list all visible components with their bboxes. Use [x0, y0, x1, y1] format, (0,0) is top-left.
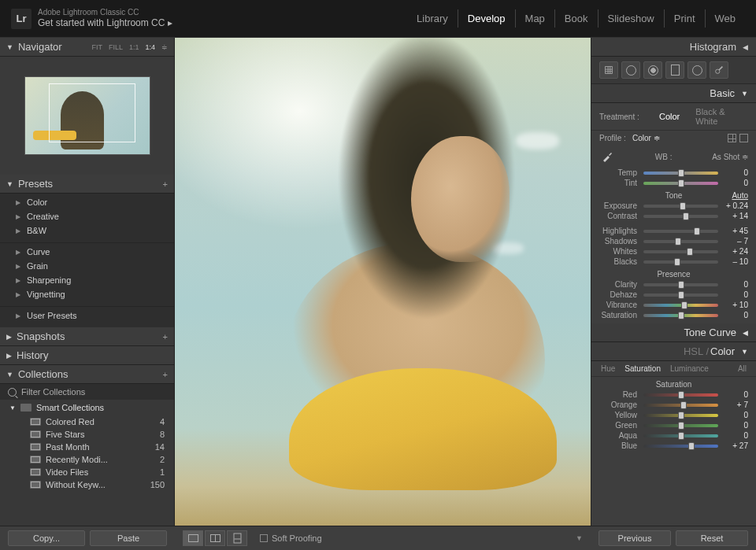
- slider-track[interactable]: [643, 393, 718, 397]
- zoom-fill[interactable]: FILL: [109, 43, 123, 51]
- preset-grain[interactable]: ▶Grain: [0, 259, 174, 273]
- slider-track[interactable]: [643, 240, 718, 243]
- module-develop[interactable]: Develop: [458, 9, 516, 28]
- slider-green[interactable]: Green0: [591, 420, 756, 430]
- module-slideshow[interactable]: Slideshow: [598, 9, 665, 28]
- slider-exposure[interactable]: Exposure+ 0.24: [591, 201, 756, 211]
- view-before-after-lr[interactable]: [205, 530, 225, 546]
- add-snapshot-icon[interactable]: +: [163, 332, 168, 341]
- slider-track[interactable]: [643, 230, 718, 233]
- spot-tool[interactable]: [621, 61, 640, 79]
- preset-sharpening[interactable]: ▶Sharpening: [0, 273, 174, 287]
- slider-contrast[interactable]: Contrast+ 14: [591, 211, 756, 221]
- slider-highlights[interactable]: Highlights+ 45: [591, 226, 756, 236]
- slider-blue[interactable]: Blue+ 27: [591, 441, 756, 451]
- treatment-bw[interactable]: Black & White: [691, 106, 748, 127]
- histogram-header[interactable]: Histogram◀: [591, 38, 756, 57]
- slider-track[interactable]: [643, 250, 718, 253]
- slider-track[interactable]: [643, 260, 718, 264]
- collection-item[interactable]: Past Month14: [0, 441, 174, 453]
- collections-header[interactable]: ▼ Collections +: [0, 365, 174, 384]
- view-before-after-yy[interactable]: [227, 530, 247, 546]
- profile-grid-icon[interactable]: [728, 134, 736, 142]
- navigator-header[interactable]: ▼ Navigator FIT FILL 1:1 1:4 ≑: [0, 38, 174, 57]
- slider-saturation[interactable]: Saturation0: [591, 310, 756, 320]
- slider-track[interactable]: [643, 445, 718, 448]
- slider-temp[interactable]: Temp0: [591, 168, 756, 178]
- slider-red[interactable]: Red0: [591, 389, 756, 400]
- slider-yellow[interactable]: Yellow0: [591, 410, 756, 420]
- slider-track[interactable]: [643, 283, 718, 286]
- eyedropper-icon[interactable]: [599, 149, 615, 164]
- slider-shadows[interactable]: Shadows– 7: [591, 236, 756, 246]
- hsl-header[interactable]: HSL / Color▼: [591, 342, 756, 361]
- slider-thumb[interactable]: [688, 442, 695, 450]
- slider-track[interactable]: [643, 304, 718, 307]
- redeye-tool[interactable]: [643, 61, 662, 79]
- canvas[interactable]: [175, 38, 591, 526]
- preset-user[interactable]: ▶User Presets: [0, 308, 174, 323]
- module-print[interactable]: Print: [665, 9, 706, 28]
- slider-track[interactable]: [643, 314, 718, 317]
- view-loupe[interactable]: [183, 530, 203, 546]
- slider-thumb[interactable]: [678, 422, 684, 430]
- basic-header[interactable]: Basic▼: [591, 84, 756, 103]
- slider-tint[interactable]: Tint0: [591, 178, 756, 188]
- slider-track[interactable]: [643, 215, 718, 218]
- profile-single-icon[interactable]: [739, 134, 748, 142]
- slider-thumb[interactable]: [678, 169, 684, 177]
- copy-button[interactable]: Copy...: [8, 530, 85, 546]
- treatment-color[interactable]: Color: [654, 111, 684, 122]
- reset-button[interactable]: Reset: [676, 530, 748, 546]
- collection-item[interactable]: Five Stars8: [0, 428, 174, 441]
- hsl-tab-luminance[interactable]: Luminance: [667, 364, 712, 374]
- module-map[interactable]: Map: [516, 9, 555, 28]
- zoom-1to1[interactable]: 1:1: [129, 43, 139, 51]
- radial-tool[interactable]: [687, 61, 706, 79]
- slider-thumb[interactable]: [678, 391, 684, 399]
- zoom-menu-icon[interactable]: ≑: [161, 43, 168, 51]
- add-preset-icon[interactable]: +: [163, 179, 168, 189]
- collection-item[interactable]: Recently Modi...2: [0, 453, 174, 466]
- hsl-tab-saturation[interactable]: Saturation: [621, 364, 664, 374]
- slider-thumb[interactable]: [694, 227, 700, 235]
- slider-thumb[interactable]: [678, 432, 684, 440]
- collection-item[interactable]: Colored Red4: [0, 415, 174, 428]
- slider-track[interactable]: [643, 182, 718, 185]
- slider-track[interactable]: [643, 404, 718, 407]
- slider-thumb[interactable]: [678, 281, 684, 289]
- brush-tool[interactable]: [710, 61, 728, 79]
- history-header[interactable]: ▶ History: [0, 346, 174, 365]
- presets-header[interactable]: ▼ Presets +: [0, 175, 174, 194]
- slider-thumb[interactable]: [675, 238, 681, 245]
- wb-dropdown[interactable]: As Shot ≑: [712, 153, 748, 161]
- paste-button[interactable]: Paste: [90, 530, 167, 546]
- slider-thumb[interactable]: [678, 179, 684, 187]
- module-web[interactable]: Web: [706, 9, 746, 28]
- collection-item[interactable]: Without Keyw...150: [0, 478, 174, 491]
- slider-thumb[interactable]: [674, 258, 680, 266]
- hsl-tab-all[interactable]: All: [735, 364, 750, 374]
- slider-clarity[interactable]: Clarity0: [591, 279, 756, 290]
- gradient-tool[interactable]: [665, 61, 684, 79]
- slider-thumb[interactable]: [683, 212, 689, 220]
- preset-color[interactable]: ▶Color: [0, 195, 174, 209]
- add-collection-icon[interactable]: +: [163, 370, 168, 379]
- filter-collections[interactable]: Filter Collections: [0, 384, 174, 400]
- collection-item[interactable]: Video Files1: [0, 466, 174, 478]
- slider-aqua[interactable]: Aqua0: [591, 430, 756, 441]
- tonecurve-header[interactable]: Tone Curve◀: [591, 323, 756, 342]
- auto-tone[interactable]: Auto: [732, 191, 748, 200]
- zoom-ratio[interactable]: 1:4: [145, 43, 155, 51]
- slider-thumb[interactable]: [680, 202, 686, 210]
- preset-b-w[interactable]: ▶B&W: [0, 223, 174, 238]
- slider-thumb[interactable]: [681, 301, 687, 309]
- hsl-tab-hue[interactable]: Hue: [598, 364, 618, 374]
- module-book[interactable]: Book: [555, 9, 598, 28]
- slider-track[interactable]: [643, 293, 718, 297]
- slider-thumb[interactable]: [678, 412, 684, 419]
- preset-vignetting[interactable]: ▶Vignetting: [0, 287, 174, 301]
- snapshots-header[interactable]: ▶ Snapshots +: [0, 327, 174, 346]
- soft-proofing-toggle[interactable]: Soft Proofing: [260, 533, 322, 543]
- slider-thumb[interactable]: [687, 248, 693, 256]
